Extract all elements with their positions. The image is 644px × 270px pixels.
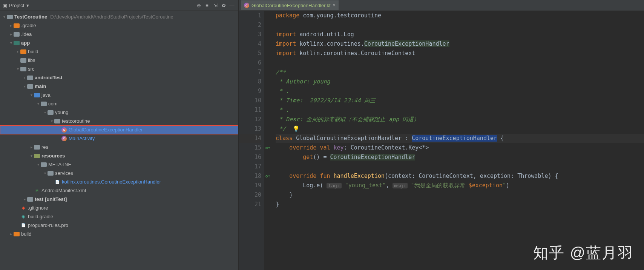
line-number: 8 bbox=[239, 77, 261, 86]
tree-androidtest[interactable]: ▸ androidTest bbox=[0, 73, 238, 82]
tree-testcoroutine[interactable]: ▾ testcoroutine bbox=[0, 117, 238, 125]
folder-icon bbox=[20, 58, 26, 63]
chevron-down-icon: ▾ bbox=[22, 84, 27, 88]
param-hint: msg: bbox=[393, 183, 407, 188]
chevron-down-icon: ▾ bbox=[29, 154, 34, 158]
line-number: 21 bbox=[239, 200, 261, 209]
tree-build[interactable]: ▸ build bbox=[0, 47, 238, 56]
project-icon: ▣ bbox=[2, 3, 8, 8]
module-folder-icon bbox=[14, 40, 20, 46]
text-file-icon: 📄 bbox=[54, 179, 60, 185]
line-number: 12 bbox=[239, 115, 261, 124]
tree-gradle[interactable]: ▸ .gradle bbox=[0, 21, 238, 30]
tree-gitignore[interactable]: ◆ .gitignore bbox=[0, 204, 238, 212]
tree-path: D:\develop\Android\AndroidStudioProjects… bbox=[50, 14, 173, 20]
tree-label: build bbox=[28, 49, 38, 54]
tree-buildgradle[interactable]: ◉ build.gradle bbox=[0, 212, 238, 221]
close-icon[interactable]: × bbox=[333, 3, 336, 8]
tree-java[interactable]: ▾ java bbox=[0, 91, 238, 99]
tree-file-globalhandler[interactable]: C GlobalCoroutineExceptionHandler bbox=[0, 125, 238, 134]
tree-rootbuild[interactable]: ▸ build bbox=[0, 230, 238, 238]
settings-icon[interactable]: ✿ bbox=[219, 1, 228, 9]
folder-icon bbox=[20, 66, 26, 72]
line-number: 4 bbox=[239, 39, 261, 49]
folder-icon bbox=[14, 32, 20, 37]
tree-label: app bbox=[21, 40, 30, 46]
line-number: 3 bbox=[239, 30, 261, 39]
chevron-down-icon: ▾ bbox=[15, 67, 20, 71]
tree-main[interactable]: ▾ main bbox=[0, 82, 238, 91]
tree-resources[interactable]: ▾ resources bbox=[0, 151, 238, 160]
text-file-icon: 📄 bbox=[20, 223, 26, 228]
line-number: 19 bbox=[239, 181, 261, 190]
code-content[interactable]: package com.young.testcoroutine import a… bbox=[264, 11, 644, 270]
tree-libs[interactable]: libs bbox=[0, 56, 238, 65]
tree-label: test bbox=[35, 196, 43, 202]
tree-file-mainactivity[interactable]: C MainActivity bbox=[0, 134, 238, 143]
package-icon bbox=[48, 110, 54, 115]
tree-idea[interactable]: ▸ .idea bbox=[0, 30, 238, 39]
line-number: 1 bbox=[239, 11, 261, 20]
project-tree: ▾ TestCoroutine D:\develop\Android\Andro… bbox=[0, 11, 238, 270]
expand-icon[interactable]: ≡ bbox=[203, 1, 211, 9]
tree-test[interactable]: ▸ test [unitTest] bbox=[0, 195, 238, 204]
line-number: 11 bbox=[239, 105, 261, 115]
tree-services[interactable]: ▾ services bbox=[0, 169, 238, 177]
tree-label: MainActivity bbox=[69, 136, 95, 141]
tree-label: libs bbox=[28, 57, 35, 63]
chevron-down-icon: ▾ bbox=[49, 119, 54, 123]
git-icon: ◆ bbox=[20, 205, 26, 211]
tree-label: services bbox=[55, 170, 73, 176]
tree-src[interactable]: ▾ src bbox=[0, 65, 238, 73]
line-number: 18o↑ bbox=[239, 171, 261, 181]
resource-folder-icon bbox=[34, 153, 40, 159]
tree-metainf[interactable]: ▾ META-INF bbox=[0, 160, 238, 169]
tree-app[interactable]: ▾ app bbox=[0, 39, 238, 47]
chevron-down-icon: ▾ bbox=[2, 15, 7, 19]
line-number: 20 bbox=[239, 190, 261, 200]
locate-icon[interactable]: ⊕ bbox=[195, 1, 203, 9]
editor-tab[interactable]: C GlobalCoroutineExceptionHandler.kt × bbox=[241, 0, 339, 10]
kotlin-class-icon: C bbox=[61, 136, 67, 141]
chevron-spacer bbox=[15, 58, 20, 62]
tree-suffix: [unitTest] bbox=[45, 196, 67, 202]
package-icon bbox=[54, 119, 60, 124]
tree-servicefile[interactable]: 📄 kotlinx.coroutines.CoroutineExceptionH… bbox=[0, 177, 238, 186]
gutter: 1 2 3 4 5 6 7 8 9 10 11 12 13 14 15o↑ 16… bbox=[239, 11, 264, 270]
sidebar-header: ▣ Project ▾ ⊕ ≡ ⇲ ✿ — bbox=[0, 0, 238, 11]
collapse-icon[interactable]: ⇲ bbox=[211, 1, 219, 9]
hide-icon[interactable]: — bbox=[228, 1, 236, 9]
tree-label: proguard-rules.pro bbox=[28, 222, 68, 228]
line-number: 6 bbox=[239, 58, 261, 68]
folder-icon bbox=[27, 197, 33, 202]
tree-label: build.gradle bbox=[28, 214, 53, 219]
intention-bulb-icon[interactable]: 💡 bbox=[293, 125, 300, 132]
tree-root[interactable]: ▾ TestCoroutine D:\develop\Android\Andro… bbox=[0, 12, 238, 21]
folder-icon bbox=[27, 75, 33, 80]
line-number: 17 bbox=[239, 162, 261, 171]
folder-icon bbox=[34, 145, 40, 150]
tree-label: com bbox=[48, 101, 58, 106]
folder-icon bbox=[20, 49, 26, 54]
project-folder-icon bbox=[7, 14, 13, 20]
chevron-down-icon: ▾ bbox=[8, 41, 14, 45]
tree-label: main bbox=[35, 83, 46, 89]
chevron-right-icon: ▸ bbox=[22, 197, 27, 201]
chevron-down-icon: ▾ bbox=[35, 102, 41, 106]
tree-label: young bbox=[55, 110, 68, 115]
tree-young[interactable]: ▾ young bbox=[0, 108, 238, 117]
tree-proguard[interactable]: 📄 proguard-rules.pro bbox=[0, 221, 238, 230]
folder-icon bbox=[48, 171, 54, 176]
source-folder-icon bbox=[34, 93, 40, 98]
tree-label: res bbox=[41, 144, 48, 150]
gradle-icon: ◉ bbox=[20, 214, 26, 219]
tree-res[interactable]: ▸ res bbox=[0, 143, 238, 151]
kotlin-class-icon: C bbox=[61, 127, 67, 133]
line-number: 10 bbox=[239, 96, 261, 105]
code-area[interactable]: 1 2 3 4 5 6 7 8 9 10 11 12 13 14 15o↑ 16… bbox=[239, 11, 644, 270]
chevron-down-icon: ▾ bbox=[42, 171, 48, 175]
tree-manifest[interactable]: M AndroidManifest.xml bbox=[0, 186, 238, 195]
project-dropdown-icon[interactable]: ▾ bbox=[26, 3, 29, 8]
tree-com[interactable]: ▾ com bbox=[0, 99, 238, 108]
chevron-right-icon: ▸ bbox=[29, 145, 34, 149]
